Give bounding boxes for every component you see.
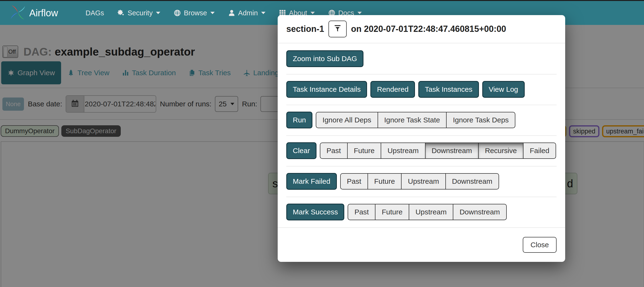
airflow-screen: Off DAG: example_subdag_operator Graph V… xyxy=(0,0,644,287)
ignore-all-deps-button[interactable]: Ignore All Deps xyxy=(316,112,378,128)
details-row: Task Instance Details Rendered Task Inst… xyxy=(278,74,565,105)
clear-future-button[interactable]: Future xyxy=(347,142,382,159)
airflow-brand[interactable]: Airflow xyxy=(9,4,58,22)
mark-failed-future-button[interactable]: Future xyxy=(368,173,402,190)
caret-down-icon xyxy=(210,12,215,14)
caret-down-icon xyxy=(156,12,160,14)
mark-failed-downstream-button[interactable]: Downstream xyxy=(446,173,499,190)
mark-failed-upstream-button[interactable]: Upstream xyxy=(401,173,446,190)
caret-down-icon xyxy=(358,12,362,14)
nav-item-label: Browse xyxy=(184,9,207,17)
mark-success-options-group: Past Future Upstream Downstream xyxy=(348,204,506,220)
clear-button[interactable]: Clear xyxy=(286,142,316,159)
close-button[interactable]: Close xyxy=(523,237,556,253)
clear-upstream-button[interactable]: Upstream xyxy=(381,142,425,159)
subdag-row: Zoom into Sub DAG xyxy=(278,43,565,74)
modal-header: section-1 on 2020-07-01T22:48:47.460815+… xyxy=(278,15,565,43)
task-instance-modal: section-1 on 2020-07-01T22:48:47.460815+… xyxy=(278,15,565,262)
caret-down-icon xyxy=(310,12,315,14)
filter-upstream-button[interactable] xyxy=(328,20,347,37)
clear-row: Clear Past Future Upstream Downstream Re… xyxy=(278,135,565,166)
ignore-task-deps-button[interactable]: Ignore Task Deps xyxy=(446,112,515,128)
run-button[interactable]: Run xyxy=(286,112,312,128)
run-row: Run Ignore All Deps Ignore Task State Ig… xyxy=(278,105,565,135)
rendered-button[interactable]: Rendered xyxy=(370,81,415,98)
run-options-group: Ignore All Deps Ignore Task State Ignore… xyxy=(316,112,515,128)
caret-down-icon xyxy=(261,12,266,14)
mark-failed-button[interactable]: Mark Failed xyxy=(286,173,337,190)
mark-success-row: Mark Success Past Future Upstream Downst… xyxy=(278,197,565,227)
clear-recursive-button[interactable]: Recursive xyxy=(478,142,524,159)
airflow-logo-icon xyxy=(9,4,27,22)
modal-task-name: section-1 xyxy=(286,24,324,34)
mark-success-past-button[interactable]: Past xyxy=(348,204,376,220)
mark-success-downstream-button[interactable]: Downstream xyxy=(453,204,506,220)
mark-failed-past-button[interactable]: Past xyxy=(340,173,368,190)
gear-icon xyxy=(118,9,124,16)
brand-name: Airflow xyxy=(29,8,58,18)
clear-failed-button[interactable]: Failed xyxy=(523,142,556,159)
clear-past-button[interactable]: Past xyxy=(320,142,348,159)
ignore-task-state-button[interactable]: Ignore Task State xyxy=(378,112,447,128)
clear-downstream-button[interactable]: Downstream xyxy=(425,142,479,159)
mark-failed-row: Mark Failed Past Future Upstream Downstr… xyxy=(278,166,565,197)
modal-execution-date: on 2020-07-01T22:48:47.460815+00:00 xyxy=(351,24,506,34)
nav-item-label: DAGs xyxy=(86,9,104,17)
nav-admin[interactable]: Admin xyxy=(228,9,266,17)
task-instances-button[interactable]: Task Instances xyxy=(418,81,479,98)
mark-success-button[interactable]: Mark Success xyxy=(286,204,344,220)
nav-browse[interactable]: Browse xyxy=(174,9,215,17)
filter-icon xyxy=(334,24,342,34)
modal-footer: Close xyxy=(278,227,565,262)
nav-security[interactable]: Security xyxy=(118,9,160,17)
view-log-button[interactable]: View Log xyxy=(482,81,525,98)
mark-failed-options-group: Past Future Upstream Downstream xyxy=(340,173,499,190)
nav-dags[interactable]: DAGs xyxy=(86,9,104,17)
user-icon xyxy=(228,9,235,16)
mark-success-future-button[interactable]: Future xyxy=(375,204,409,220)
clear-options-group: Past Future Upstream Downstream Recursiv… xyxy=(320,142,556,159)
task-instance-details-button[interactable]: Task Instance Details xyxy=(286,81,367,98)
mark-success-upstream-button[interactable]: Upstream xyxy=(409,204,453,220)
nav-item-label: Admin xyxy=(238,9,258,17)
globe-icon xyxy=(174,9,181,16)
nav-item-label: Security xyxy=(128,9,152,17)
zoom-into-subdag-button[interactable]: Zoom into Sub DAG xyxy=(286,50,364,67)
